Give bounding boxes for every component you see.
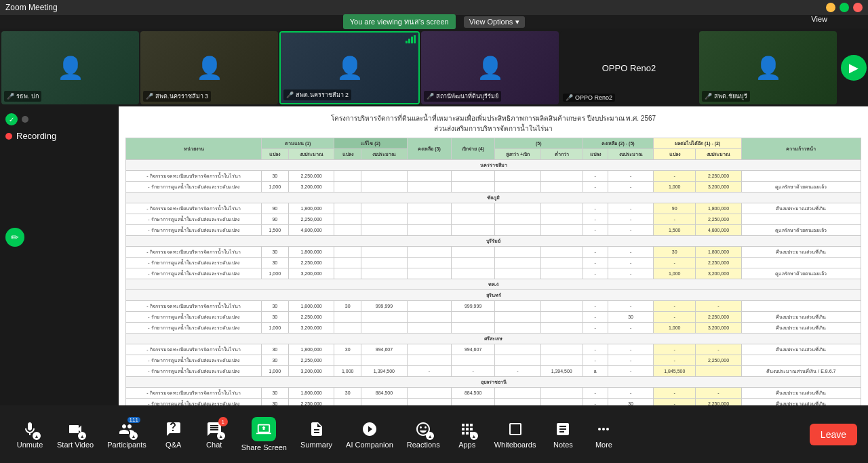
- col-sub-back-budget: งบประมาณ: [696, 149, 742, 160]
- group-header-surin: สุรินทร์: [126, 290, 861, 301]
- participants-strip: 👤 🎤 รธพ. ปก 👤 🎤 สพต.นครราชสีมา 3 👤 🎤 สพต…: [0, 28, 868, 106]
- screen-content[interactable]: โครงการบริหารจัดการที่ดินและน้ำที่เหมาะส…: [119, 106, 868, 405]
- chevron-up-reactions: ▲: [428, 434, 433, 439]
- participants-icon: 111 ▲: [117, 420, 136, 439]
- summary-icon: [307, 420, 326, 439]
- table-row: - รักษาการดูแลน้ำในระดับส่งและระดับแปลง …: [126, 214, 861, 225]
- mic-icon-2: 🎤: [146, 93, 153, 100]
- whiteboards-button[interactable]: Whiteboards: [489, 417, 542, 451]
- status-green-icon: ✓: [5, 113, 18, 125]
- share-screen-label: Share Screen: [241, 443, 287, 451]
- participant-thumb-5[interactable]: OPPO Reno2 🎤 OPPO Reno2: [560, 31, 698, 104]
- col-sub-edit-budget: งบประมาณ: [361, 149, 408, 160]
- reactions-button[interactable]: ▲ Reactions: [401, 417, 446, 451]
- chevron-up-video: ▲: [80, 434, 85, 439]
- notes-button[interactable]: Notes: [544, 417, 582, 451]
- chat-button[interactable]: 1 ▲ Chat: [195, 417, 233, 451]
- toolbar-left-items: ▲ Unmute ▲ Start Video 111 ▲: [11, 414, 623, 454]
- col-sub-c5b: ต่ำกว่า: [540, 149, 583, 160]
- participant-thumb-2[interactable]: 👤 🎤 สพต.นครราชสีมา 3: [140, 31, 278, 104]
- table-row: - รักษาการดูแลน้ำในระดับส่งและระดับแปลง …: [126, 312, 861, 323]
- apps-button[interactable]: ▲ Apps: [448, 417, 486, 451]
- participant-thumb-3[interactable]: 👤 🎤 สพต.นครราชสีมา 2: [279, 31, 420, 104]
- participant-thumb-1[interactable]: 👤 🎤 รธพ. ปก: [1, 31, 139, 104]
- table-row: - รักษาการดูแลน้ำในระดับส่งและระดับแปลง …: [126, 268, 861, 279]
- annotation-button[interactable]: ✏: [5, 228, 24, 247]
- ai-companion-label: AI Companion: [346, 441, 393, 449]
- table-row: - รักษาการดูแลน้ำในระดับส่งและระดับแปลง …: [126, 225, 861, 236]
- status-dot: [22, 116, 28, 123]
- window-controls: [826, 3, 863, 12]
- unmute-button[interactable]: ▲ Unmute: [11, 417, 49, 451]
- close-button[interactable]: [853, 3, 863, 12]
- ai-companion-button[interactable]: AI Companion: [340, 417, 399, 451]
- leave-button[interactable]: Leave: [810, 424, 857, 445]
- more-icon: [594, 420, 613, 439]
- participant-sublabel-5: 🎤 OPPO Reno2: [563, 94, 615, 102]
- table-row: - กิจกรรมจดทะเบียนบริหารจัดการน้ำในไร่นา…: [126, 344, 861, 355]
- recording-indicator: Recording: [5, 131, 56, 141]
- title-bar: Zoom Meeting: [0, 0, 868, 15]
- col-header-remain: คงเหลือ (3): [407, 138, 451, 160]
- recording-dot-icon: [5, 133, 12, 140]
- col-header-progress-detail: ผลต่อไปได้อีก (1) - (2): [654, 138, 741, 149]
- ai-companion-icon: [360, 420, 379, 439]
- screen-share-banner: You are viewing ทนส's screen View Option…: [0, 15, 868, 28]
- group-header-sisaket: ศรีสะเกษ: [126, 334, 861, 344]
- more-button[interactable]: More: [585, 417, 623, 451]
- table-row: - รักษาการดูแลน้ำในระดับส่งและระดับแปลง …: [126, 366, 861, 377]
- group-header-ubon: อุบลราชธานี: [126, 377, 861, 388]
- chevron-up-mic: ▲: [35, 434, 39, 439]
- participants-button[interactable]: 111 ▲ Participants: [102, 417, 151, 451]
- shared-screen-area: โครงการบริหารจัดการที่ดินและน้ำที่เหมาะส…: [119, 106, 868, 405]
- chevron-up-chat: ▲: [218, 434, 223, 439]
- minimize-button[interactable]: [826, 3, 835, 12]
- table-row: - รักษาการดูแลน้ำในระดับส่งและระดับแปลง …: [126, 399, 861, 406]
- col-header-col5: (5): [495, 138, 583, 149]
- qa-button[interactable]: Q&A: [155, 417, 193, 451]
- col-header-unit: หน่วยงาน: [126, 138, 262, 160]
- summary-button[interactable]: Summary: [295, 417, 338, 451]
- participants-count: 111: [127, 417, 140, 423]
- chevron-up-apps: ▲: [471, 434, 476, 439]
- col-header-remain2: คงเหลือ (2) - (5): [583, 138, 654, 149]
- chevron-up-participants: ▲: [132, 434, 136, 439]
- viewing-text: You are viewing ทนส's screen: [343, 14, 456, 29]
- table-row: - รักษาการดูแลน้ำในระดับส่งและระดับแปลง …: [126, 258, 861, 268]
- whiteboards-label: Whiteboards: [494, 441, 536, 449]
- status-icons: ✓: [5, 113, 28, 125]
- share-screen-button[interactable]: Share Screen: [236, 414, 292, 454]
- chevron-down-icon: ▾: [515, 18, 519, 26]
- mic-icon: ▲: [20, 420, 39, 439]
- next-participants-button[interactable]: ▶: [841, 55, 867, 81]
- apps-icon: ▲: [458, 420, 477, 439]
- view-options-button[interactable]: View Options ▾: [464, 16, 526, 28]
- group-header-nakhon: นครราชสีมา: [126, 160, 861, 171]
- table-row: - รักษาการดูแลน้ำในระดับส่งและระดับแปลง …: [126, 355, 861, 366]
- notes-icon: [553, 420, 572, 439]
- notes-label: Notes: [553, 441, 573, 449]
- participant-thumb-4[interactable]: 👤 🎤 สถานีพัฒนาที่ดินบุรีรัมย์: [421, 31, 559, 104]
- participants-label: Participants: [107, 441, 146, 449]
- reactions-icon: ▲: [414, 420, 433, 439]
- mic-muted-icon-3: 🎤: [286, 92, 294, 98]
- more-label: More: [595, 441, 612, 449]
- participant-label-2: 🎤 สพต.นครราชสีมา 3: [143, 91, 211, 102]
- maximize-button[interactable]: [840, 3, 849, 12]
- bottom-toolbar: ▲ Unmute ▲ Start Video 111 ▲: [0, 405, 868, 463]
- group-header-chaiyaphum: ชัยภูมิ: [126, 193, 861, 203]
- start-video-label: Start Video: [57, 441, 94, 449]
- participant-thumb-6[interactable]: 👤 🎤 สพต.ชัยนบุรี: [699, 31, 837, 104]
- participant-label-4: 🎤 สถานีพัฒนาที่ดินบุรีรัมย์: [424, 91, 501, 102]
- col-sub-r2-plots: แปลง: [583, 149, 608, 160]
- table-row: - กิจกรรมจดทะเบียนบริหารจัดการน้ำในไร่นา…: [126, 301, 861, 312]
- view-options-label: View Options: [469, 18, 513, 26]
- start-video-button[interactable]: ▲ Start Video: [52, 417, 99, 451]
- video-icon: ▲: [66, 420, 85, 439]
- table-row: - รักษาการดูแลน้ำในระดับส่งและระดับแปลง …: [126, 182, 861, 193]
- left-sidebar: ✓ Recording ✏: [0, 106, 119, 405]
- table-row: - รักษาการดูแลน้ำในระดับส่งและระดับแปลง …: [126, 323, 861, 334]
- group-header-buriram: บุรีรัมย์: [126, 236, 861, 247]
- mic-icon-6: 🎤: [705, 93, 712, 100]
- col-sub-back-plots: แปลง: [654, 149, 696, 160]
